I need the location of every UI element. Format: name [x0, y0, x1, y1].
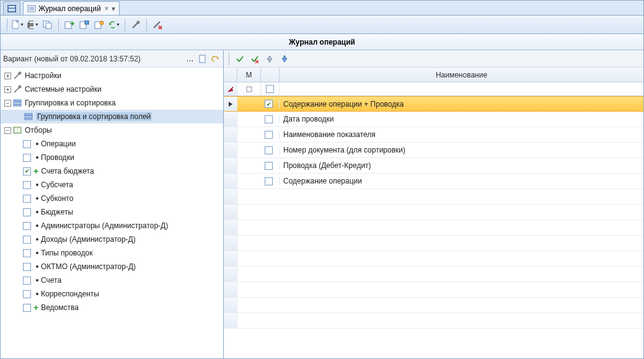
table-row-empty	[224, 236, 643, 251]
export-button[interactable]	[63, 18, 76, 32]
check-button[interactable]	[233, 52, 247, 66]
page-title-bar: Журнал операций	[1, 34, 643, 50]
table-row-empty	[224, 282, 643, 298]
settings-button[interactable]	[92, 18, 106, 32]
svg-point-17	[100, 21, 104, 25]
checkbox[interactable]	[23, 195, 31, 203]
tree-node-settings[interactable]: + Настройки	[1, 69, 223, 82]
page-title: Журнал операций	[289, 38, 355, 47]
tree-item-oktmo[interactable]: ОКТМО (Администратор-Д)	[1, 260, 223, 273]
move-up-button[interactable]	[263, 52, 276, 66]
checkbox[interactable]	[23, 222, 31, 230]
table-row[interactable]: Номер документа (для сортировки)	[224, 143, 643, 158]
table-row[interactable]: Наименование показателя	[224, 127, 643, 143]
tree-item-correspondents[interactable]: Корреспонденты	[1, 287, 223, 301]
bullet-icon	[36, 252, 38, 254]
checkbox[interactable]	[265, 162, 273, 170]
save-button[interactable]	[77, 18, 91, 32]
table-row[interactable]: Содержание операции	[224, 174, 643, 189]
pin-icon[interactable]: ▾	[112, 4, 115, 13]
column-check[interactable]	[261, 68, 280, 82]
tree-item-subkonto[interactable]: Субконто	[1, 192, 223, 205]
checkbox[interactable]	[23, 236, 31, 244]
column-name[interactable]: Наименование	[280, 68, 643, 82]
tree-item-accounts[interactable]: Счета	[1, 273, 223, 287]
move-down-button[interactable]	[278, 52, 291, 66]
expand-icon[interactable]: +	[4, 86, 11, 93]
filter-indicator[interactable]	[224, 82, 237, 95]
filter-name[interactable]	[280, 82, 643, 95]
checkbox[interactable]	[23, 208, 31, 216]
variant-label: Вариант (новый от 09.02.2018 13:57:52)	[3, 55, 185, 63]
checkbox[interactable]	[265, 177, 273, 185]
svg-point-21	[19, 86, 21, 88]
table-row-empty	[224, 220, 643, 236]
tab-journal[interactable]: Журнал операций × ▾	[23, 1, 120, 15]
tools-icon	[12, 84, 22, 94]
checkbox[interactable]	[265, 100, 273, 108]
tree-item-budget-accounts[interactable]: +Счета бюджета	[1, 164, 223, 178]
checkbox[interactable]	[23, 304, 31, 312]
tree-item-operations[interactable]: Операции	[1, 137, 223, 151]
checkbox[interactable]	[23, 167, 31, 175]
collapse-icon[interactable]: −	[4, 127, 11, 134]
refresh-button[interactable]: ▼	[107, 18, 121, 32]
variant-more-button[interactable]: …	[185, 53, 196, 64]
bullet-icon	[36, 238, 38, 241]
print-button[interactable]: ▼	[26, 18, 40, 32]
expand-icon[interactable]: +	[4, 73, 11, 79]
tree-node-group-sort-fields[interactable]: Группировка и сортировка полей	[1, 110, 223, 123]
tools-button[interactable]	[129, 18, 143, 32]
table-row-empty	[224, 313, 643, 329]
checkbox[interactable]	[23, 154, 31, 162]
uncheck-button[interactable]	[248, 52, 262, 66]
svg-rect-9	[29, 21, 33, 24]
tab-bar: Журнал операций × ▾	[1, 1, 643, 16]
filter-m[interactable]	[237, 82, 261, 95]
new-doc-button[interactable]: ▼	[11, 18, 25, 32]
filter-chk[interactable]	[261, 82, 280, 95]
tree-item-budgets[interactable]: Бюджеты	[1, 205, 223, 219]
tools-delete-button[interactable]	[151, 18, 164, 32]
checkbox[interactable]	[23, 140, 31, 148]
tree-node-filters[interactable]: − Отборы	[1, 123, 223, 137]
svg-rect-22	[14, 100, 21, 102]
right-panel: М Наименование Содержание операции + Про…	[224, 50, 643, 359]
table-row[interactable]: Содержание операции + Проводка	[224, 96, 643, 112]
app-tab[interactable]	[3, 1, 20, 15]
tree-item-entry-types[interactable]: Типы проводок	[1, 246, 223, 260]
checkbox[interactable]	[266, 85, 274, 93]
checkbox[interactable]	[23, 181, 31, 189]
svg-rect-25	[25, 113, 32, 115]
column-m[interactable]: М	[237, 68, 261, 82]
tab-label: Журнал операций	[38, 4, 101, 13]
tree-item-admins[interactable]: Администраторы (Администратор-Д)	[1, 219, 223, 233]
tree-node-group-sort[interactable]: − Группировка и сортировка	[1, 96, 223, 110]
cell-name: Дата проводки	[280, 115, 643, 123]
table-row[interactable]: Проводка (Дебет-Кредит)	[224, 158, 643, 174]
left-panel: Вариант (новый от 09.02.2018 13:57:52) ……	[1, 50, 224, 359]
filter-icon	[246, 86, 252, 92]
checkbox[interactable]	[23, 277, 31, 285]
tree-item-income[interactable]: Доходы (Администратор-Д)	[1, 233, 223, 246]
pin-icon	[227, 86, 234, 92]
undo-button[interactable]	[210, 53, 221, 64]
checkbox[interactable]	[265, 115, 273, 123]
plus-icon: +	[33, 303, 38, 312]
variant-new-button[interactable]	[197, 53, 208, 64]
checkbox[interactable]	[23, 290, 31, 298]
tree-item-entries[interactable]: Проводки	[1, 151, 223, 164]
checkbox[interactable]	[265, 146, 273, 154]
close-icon[interactable]: ×	[105, 4, 109, 13]
checkbox[interactable]	[23, 263, 31, 271]
tree-node-sys-settings[interactable]: + Системные настройки	[1, 82, 223, 96]
copy-button[interactable]	[41, 18, 55, 32]
table-row[interactable]: Дата проводки	[224, 112, 643, 127]
collapse-icon[interactable]: −	[4, 100, 11, 107]
row-indicator-header	[224, 68, 237, 82]
checkbox[interactable]	[265, 131, 273, 139]
tree-item-departments[interactable]: +Ведомства	[1, 301, 223, 314]
current-row-icon	[228, 101, 233, 107]
tree-item-subaccounts[interactable]: Субсчета	[1, 178, 223, 192]
checkbox[interactable]	[23, 249, 31, 257]
